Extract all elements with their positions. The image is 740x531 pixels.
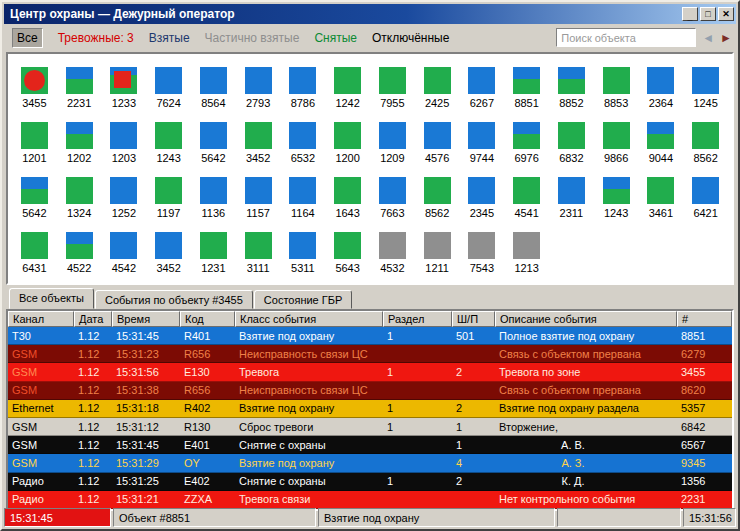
object-tile-4522[interactable]: 4522 bbox=[57, 232, 102, 285]
event-row-1[interactable]: GSM1.1215:31:23R656Неисправность связи Ц… bbox=[8, 345, 732, 363]
object-tile-1201[interactable]: 1201 bbox=[12, 122, 57, 177]
column-header-0[interactable]: Канал bbox=[8, 311, 74, 327]
filter-tab-5[interactable]: Отключённые bbox=[372, 31, 449, 45]
object-tile-1197[interactable]: 1197 bbox=[146, 177, 191, 232]
search-input[interactable] bbox=[556, 28, 696, 47]
object-tile-1233[interactable]: 1233 bbox=[102, 67, 147, 122]
object-tile-8786[interactable]: 8786 bbox=[281, 67, 326, 122]
object-tile-9744[interactable]: 9744 bbox=[460, 122, 505, 177]
column-header-4[interactable]: Класс события bbox=[235, 311, 383, 327]
tile-label: 1203 bbox=[112, 152, 136, 164]
object-tile-8851[interactable]: 8851 bbox=[504, 67, 549, 122]
object-tile-7663[interactable]: 7663 bbox=[370, 177, 415, 232]
filter-tab-4[interactable]: Снятые bbox=[314, 31, 357, 45]
object-tile-9044[interactable]: 9044 bbox=[639, 122, 684, 177]
object-tile-6431[interactable]: 6431 bbox=[12, 232, 57, 285]
object-tile-8564[interactable]: 8564 bbox=[191, 67, 236, 122]
event-row-2[interactable]: GSM1.1215:31:56E130Тревога12Тревога по з… bbox=[8, 363, 732, 381]
object-tile-2793[interactable]: 2793 bbox=[236, 67, 281, 122]
object-tile-2231[interactable]: 2231 bbox=[57, 67, 102, 122]
event-row-6[interactable]: GSM1.1215:31:45E401Снятие с охраны1А. В.… bbox=[8, 436, 732, 454]
column-header-6[interactable]: Ш/П bbox=[452, 311, 495, 327]
object-tile-1252[interactable]: 1252 bbox=[102, 177, 147, 232]
object-tile-7543[interactable]: 7543 bbox=[460, 232, 505, 285]
object-tile-5642[interactable]: 5642 bbox=[12, 177, 57, 232]
object-tile-5643[interactable]: 5643 bbox=[325, 232, 370, 285]
close-icon[interactable]: ✕ bbox=[718, 7, 734, 21]
event-row-8[interactable]: Радио1.1215:31:25E402Снятие с охраны12К.… bbox=[8, 473, 732, 491]
column-header-1[interactable]: Дата bbox=[74, 311, 112, 327]
object-tile-1243[interactable]: 1243 bbox=[146, 122, 191, 177]
object-tile-2311[interactable]: 2311 bbox=[549, 177, 594, 232]
object-tile-1213[interactable]: 1213 bbox=[504, 232, 549, 285]
page-prev-icon[interactable]: ◄ bbox=[702, 32, 714, 44]
event-row-0[interactable]: T301.1215:31:45R401Взятие под охрану1501… bbox=[8, 327, 732, 345]
object-tile-8853[interactable]: 8853 bbox=[594, 67, 639, 122]
event-row-5[interactable]: GSM1.1215:31:12R130Сброс тревоги11Вторже… bbox=[8, 418, 732, 436]
object-tile-1231[interactable]: 1231 bbox=[191, 232, 236, 285]
column-header-8[interactable]: # bbox=[677, 311, 732, 327]
object-tile-6832[interactable]: 6832 bbox=[549, 122, 594, 177]
filter-tab-2[interactable]: Взятые bbox=[149, 31, 190, 45]
object-tile-1245[interactable]: 1245 bbox=[683, 67, 728, 122]
tab-2[interactable]: Состояние ГБР bbox=[254, 290, 352, 309]
object-tile-1164[interactable]: 1164 bbox=[281, 177, 326, 232]
object-tile-7955[interactable]: 7955 bbox=[370, 67, 415, 122]
page-next-icon[interactable]: ► bbox=[720, 32, 732, 44]
column-header-2[interactable]: Время bbox=[112, 311, 180, 327]
object-tile-2364[interactable]: 2364 bbox=[639, 67, 684, 122]
object-tile-6267[interactable]: 6267 bbox=[460, 67, 505, 122]
object-tile-3111[interactable]: 3111 bbox=[236, 232, 281, 285]
object-tile-5642[interactable]: 5642 bbox=[191, 122, 236, 177]
object-tile-1324[interactable]: 1324 bbox=[57, 177, 102, 232]
object-tile-3452[interactable]: 3452 bbox=[146, 232, 191, 285]
filter-tab-3[interactable]: Частично взятые bbox=[205, 31, 300, 45]
object-tile-3455[interactable]: 3455 bbox=[12, 67, 57, 122]
object-tile-1242[interactable]: 1242 bbox=[325, 67, 370, 122]
object-tile-4541[interactable]: 4541 bbox=[504, 177, 549, 232]
filter-tab-0[interactable]: Все bbox=[12, 28, 43, 48]
object-tile-1643[interactable]: 1643 bbox=[325, 177, 370, 232]
column-header-3[interactable]: Код bbox=[180, 311, 235, 327]
object-tile-5311[interactable]: 5311 bbox=[281, 232, 326, 285]
object-tile-1202[interactable]: 1202 bbox=[57, 122, 102, 177]
object-tile-4576[interactable]: 4576 bbox=[415, 122, 460, 177]
maximize-icon[interactable]: □ bbox=[700, 7, 716, 21]
tile-label: 1201 bbox=[22, 152, 46, 164]
object-tile-1203[interactable]: 1203 bbox=[102, 122, 147, 177]
event-row-7[interactable]: GSM1.1215:31:29OYВзятие под охрану4А. З.… bbox=[8, 454, 732, 472]
object-tile-3452[interactable]: 3452 bbox=[236, 122, 281, 177]
minimize-icon[interactable]: _ bbox=[682, 7, 698, 21]
filter-tab-1[interactable]: Тревожные: 3 bbox=[58, 31, 134, 45]
object-tile-1136[interactable]: 1136 bbox=[191, 177, 236, 232]
event-row-4[interactable]: Ethernet1.1215:31:18R402Взятие под охран… bbox=[8, 400, 732, 418]
column-header-7[interactable]: Описание события bbox=[495, 311, 677, 327]
tile-state-icon bbox=[155, 67, 182, 94]
object-tile-8562[interactable]: 8562 bbox=[415, 177, 460, 232]
event-cell-description: Вторжение, bbox=[495, 421, 677, 433]
object-tile-1157[interactable]: 1157 bbox=[236, 177, 281, 232]
object-tile-8852[interactable]: 8852 bbox=[549, 67, 594, 122]
object-tile-3461[interactable]: 3461 bbox=[639, 177, 684, 232]
object-tile-1209[interactable]: 1209 bbox=[370, 122, 415, 177]
object-tile-1243[interactable]: 1243 bbox=[594, 177, 639, 232]
object-tile-1200[interactable]: 1200 bbox=[325, 122, 370, 177]
event-row-3[interactable]: GSM1.1215:31:38R656Неисправность связи Ц… bbox=[8, 382, 732, 400]
tile-state-icon bbox=[468, 232, 495, 259]
object-tile-6421[interactable]: 6421 bbox=[683, 177, 728, 232]
object-tile-6532[interactable]: 6532 bbox=[281, 122, 326, 177]
event-cell-code: ZZXA bbox=[180, 493, 235, 505]
object-tile-2425[interactable]: 2425 bbox=[415, 67, 460, 122]
object-tile-4542[interactable]: 4542 bbox=[102, 232, 147, 285]
object-tile-4532[interactable]: 4532 bbox=[370, 232, 415, 285]
object-tile-2345[interactable]: 2345 bbox=[460, 177, 505, 232]
tab-1[interactable]: События по объекту #3455 bbox=[95, 290, 253, 309]
object-tile-6976[interactable]: 6976 bbox=[504, 122, 549, 177]
tab-0[interactable]: Все объекты bbox=[9, 288, 94, 309]
object-tile-8562[interactable]: 8562 bbox=[683, 122, 728, 177]
column-header-5[interactable]: Раздел bbox=[383, 311, 452, 327]
object-tile-7624[interactable]: 7624 bbox=[146, 67, 191, 122]
object-tile-9866[interactable]: 9866 bbox=[594, 122, 639, 177]
object-tile-1211[interactable]: 1211 bbox=[415, 232, 460, 285]
event-cell-channel: GSM bbox=[8, 421, 74, 433]
